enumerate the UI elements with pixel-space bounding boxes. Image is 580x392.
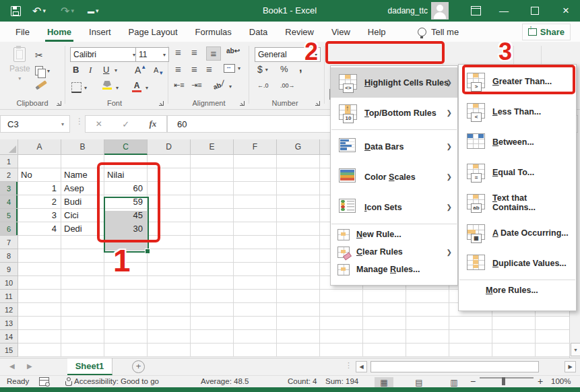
column-header-A[interactable]: A — [18, 139, 61, 155]
zoom-level[interactable]: 100% — [551, 377, 571, 385]
column-header-D[interactable]: D — [148, 139, 191, 155]
decrease-decimal-button[interactable]: .00→ — [280, 82, 295, 89]
column-header-B[interactable]: B — [61, 139, 104, 155]
row-header-12[interactable]: 12 — [0, 303, 18, 317]
submenu-item-between[interactable]: Between... — [459, 127, 576, 157]
customize-quick-access-button[interactable]: ▬▾ — [88, 0, 99, 22]
tab-file[interactable]: File — [7, 22, 38, 42]
insert-function-icon[interactable]: fx — [149, 119, 156, 129]
submenu-item-more-rules[interactable]: More Rules... — [459, 282, 576, 299]
row-header-7[interactable]: 7 — [0, 236, 18, 249]
submenu-item-equal-to[interactable]: =Equal To... — [459, 157, 576, 187]
align-left-button[interactable]: ≡ — [175, 64, 181, 74]
copy-button[interactable]: ▾ — [35, 66, 50, 75]
cell-no-row3[interactable]: 1 — [19, 182, 57, 195]
tab-split-handle[interactable]: ⋮ — [345, 361, 352, 370]
enter-icon[interactable]: ✓ — [122, 119, 129, 129]
zoom-in-icon[interactable]: + — [538, 376, 543, 387]
menu-item-top-bottom-rules[interactable]: 10↑Top/Bottom Rules❯ — [331, 98, 457, 128]
scroll-right-icon[interactable]: ▶ — [565, 361, 576, 372]
font-color-button[interactable]: A — [132, 81, 141, 92]
row-header-2[interactable]: 2 — [0, 168, 18, 182]
row-header-15[interactable]: 15 — [0, 344, 18, 357]
center-button[interactable]: ≡ — [191, 64, 197, 74]
menu-item-new-rule[interactable]: New Rule... — [331, 226, 457, 243]
tab-home[interactable]: Home — [38, 22, 80, 42]
undo-button[interactable]: ↶▾ — [32, 0, 46, 22]
zoom-slider[interactable] — [480, 377, 534, 379]
font-name-combobox[interactable]: Calibri▾ — [70, 47, 139, 62]
ribbon-display-options-button[interactable] — [463, 0, 488, 22]
column-header-F[interactable]: F — [234, 139, 277, 155]
maximize-button[interactable] — [523, 0, 547, 22]
fill-color-button[interactable] — [102, 81, 112, 90]
row-header-6[interactable]: 6 — [0, 222, 18, 236]
row-header-11[interactable]: 11 — [0, 290, 18, 303]
paste-button[interactable]: Paste ▾ — [9, 47, 30, 81]
zoom-slider-thumb[interactable] — [502, 377, 505, 385]
cell-no-row4[interactable]: 2 — [19, 195, 57, 209]
scroll-down-icon[interactable]: ▼ — [571, 343, 580, 356]
menu-item-manage-rules[interactable]: Manage Rules... — [331, 261, 457, 278]
cell-no-row2[interactable]: No — [21, 168, 61, 182]
align-right-button[interactable]: ≡ — [206, 64, 212, 74]
bottom-align-button[interactable]: ≡ — [206, 46, 221, 61]
row-header-9[interactable]: 9 — [0, 263, 18, 276]
formula-bar-drag-handle[interactable]: ⋮ — [75, 117, 84, 126]
close-button[interactable]: × — [554, 0, 578, 22]
number-dialog-launcher[interactable] — [314, 100, 321, 106]
row-header-13[interactable]: 13 — [0, 317, 18, 330]
submenu-item-a-date-occurring[interactable]: ▦A Date Occurring... — [459, 218, 576, 248]
column-header-C[interactable]: C — [104, 139, 148, 155]
row-header-8[interactable]: 8 — [0, 249, 18, 263]
alignment-dialog-launcher[interactable] — [238, 100, 245, 106]
increase-decimal-button[interactable]: ←.0 — [257, 82, 269, 89]
tab-help[interactable]: Help — [359, 22, 395, 42]
scroll-left-icon[interactable]: ◀ — [356, 361, 367, 372]
fill-handle[interactable] — [145, 249, 150, 254]
tab-data[interactable]: Data — [240, 22, 276, 42]
wrap-text-button[interactable]: ab↩ — [226, 47, 240, 55]
macro-record-icon[interactable] — [39, 377, 49, 386]
previous-sheet-icon[interactable]: ◀ — [9, 362, 15, 370]
row-header-4[interactable]: 4 — [0, 195, 18, 209]
submenu-item-text-that-contains[interactable]: abText that Contains... — [459, 187, 576, 218]
row-header-3[interactable]: 3 — [0, 182, 18, 195]
tell-me[interactable]: Tell me — [418, 22, 459, 42]
cancel-icon[interactable]: ✕ — [96, 119, 102, 129]
next-sheet-icon[interactable]: ▶ — [27, 362, 32, 370]
menu-item-icon-sets[interactable]: Icon Sets❯ — [331, 192, 457, 222]
row-header-1[interactable]: 1 — [0, 155, 18, 168]
tab-page-layout[interactable]: Page Layout — [120, 22, 187, 42]
menu-item-color-scales[interactable]: Color Scales❯ — [331, 162, 457, 192]
horizontal-scrollbar-thumb[interactable] — [370, 361, 539, 372]
orientation-button[interactable]: ab⟋ — [212, 79, 227, 91]
save-button[interactable] — [11, 0, 21, 22]
status-accessibility[interactable]: Accessibility: Good to go — [74, 377, 159, 385]
column-header-G[interactable]: G — [277, 139, 320, 155]
clipboard-dialog-launcher[interactable] — [55, 100, 62, 106]
percent-style-button[interactable]: % — [280, 64, 288, 74]
zoom-out-icon[interactable]: − — [470, 376, 476, 387]
row-header-10[interactable]: 10 — [0, 276, 18, 290]
middle-align-button[interactable]: ≡ — [191, 47, 197, 57]
submenu-item-duplicate-values[interactable]: Duplicate Values... — [459, 248, 576, 278]
row-header-5[interactable]: 5 — [0, 209, 18, 222]
fill-color-dropdown[interactable]: ▾ — [116, 85, 119, 91]
underline-button[interactable]: U — [103, 65, 109, 75]
tab-view[interactable]: View — [323, 22, 359, 42]
orientation-dropdown[interactable]: ▾ — [229, 84, 232, 90]
shrink-font-button[interactable]: A▼ — [154, 66, 164, 74]
borders-button[interactable]: ▾ — [71, 82, 87, 93]
menu-item-clear-rules[interactable]: Clear Rules❯ — [331, 243, 457, 261]
italic-button[interactable]: I — [89, 65, 92, 75]
name-box[interactable]: C3▾ — [0, 115, 70, 133]
row-header-14[interactable]: 14 — [0, 330, 18, 344]
menu-item-highlight-cells-rules[interactable]: <>Highlight Cells Rules❯ — [331, 67, 457, 98]
underline-dropdown[interactable]: ▾ — [115, 67, 117, 73]
font-dialog-launcher[interactable] — [158, 100, 164, 106]
decrease-indent-button[interactable]: ⇤≡ — [174, 81, 185, 90]
increase-indent-button[interactable]: ⇥≡ — [191, 81, 202, 90]
merge-center-button[interactable]: ▾ — [224, 64, 240, 73]
menu-item-data-bars[interactable]: Data Bars❯ — [331, 131, 457, 162]
